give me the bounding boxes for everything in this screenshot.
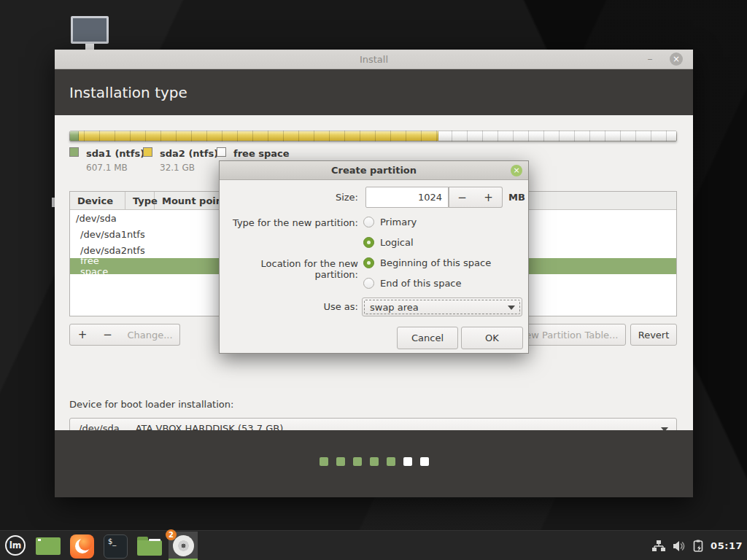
revert-button[interactable]: Revert	[630, 324, 677, 346]
radio-primary-icon[interactable]	[363, 217, 374, 228]
page-footer	[55, 430, 693, 497]
folder-icon[interactable]	[137, 537, 162, 556]
add-partition-button[interactable]: +	[69, 324, 96, 346]
radio-beginning-icon[interactable]	[363, 257, 374, 268]
cancel-button[interactable]: Cancel	[397, 327, 458, 349]
size-decrement-button[interactable]: −	[449, 187, 476, 208]
progress-dot	[353, 457, 362, 466]
radio-beginning[interactable]: Beginning of this space	[363, 257, 491, 268]
progress-dot	[387, 457, 395, 466]
radio-end[interactable]: End of this space	[363, 278, 462, 289]
taskbar: lm $_ 2	[0, 530, 747, 560]
progress-dot	[403, 457, 412, 466]
close-icon[interactable]: ×	[670, 52, 683, 66]
size-label: Size:	[220, 192, 358, 203]
volume-icon[interactable]	[673, 540, 686, 552]
use-as-label: Use as:	[220, 301, 358, 312]
dialog-close-icon[interactable]: ×	[511, 165, 522, 176]
page-title: Installation type	[69, 84, 187, 101]
change-button[interactable]: Change...	[120, 324, 180, 346]
partition-type-label: Type for the new partition:	[220, 217, 358, 228]
taskbar-clock[interactable]: 05:17	[711, 540, 743, 551]
legend-sda2-size: 32.1 GB	[160, 163, 195, 173]
network-icon[interactable]	[651, 540, 666, 552]
legend-sda2: sda2 (ntfs) 32.1 GB	[143, 146, 218, 174]
ok-button[interactable]: OK	[461, 327, 523, 349]
disc-icon	[173, 535, 194, 556]
use-as-select[interactable]: swap area	[362, 298, 522, 316]
sda1-swatch-icon	[69, 147, 79, 157]
size-input[interactable]	[365, 187, 449, 208]
minimize-button[interactable]: –	[645, 54, 655, 64]
sda2-swatch-icon	[143, 147, 152, 157]
radio-logical[interactable]: Logical	[363, 237, 414, 248]
system-tray: 05:17	[651, 531, 747, 560]
partition-segment-free-space	[438, 131, 676, 141]
files-window-icon[interactable]	[36, 537, 61, 555]
size-increment-button[interactable]: +	[475, 187, 503, 208]
installer-disc-tile[interactable]: 2	[169, 532, 198, 560]
column-type[interactable]: Type	[125, 192, 155, 209]
window-titlebar[interactable]: Install – ×	[55, 50, 693, 69]
progress-dots	[55, 457, 693, 466]
mint-menu-icon[interactable]: lm	[5, 535, 26, 556]
create-partition-dialog: Create partition × Size: − + MB Type for…	[219, 160, 529, 354]
terminal-icon[interactable]: $_	[104, 534, 128, 559]
power-manager-icon[interactable]	[693, 540, 704, 553]
dialog-title: Create partition	[331, 165, 417, 176]
legend-free-label: free space	[233, 148, 290, 159]
free-space-swatch-icon	[217, 147, 226, 157]
radio-logical-icon[interactable]	[363, 237, 374, 248]
progress-dot	[320, 457, 328, 466]
legend-sda1-label: sda1 (ntfs)	[86, 148, 144, 159]
partition-segment-sda1	[70, 131, 79, 141]
use-as-value: swap area	[370, 302, 419, 313]
dialog-titlebar[interactable]: Create partition ×	[220, 161, 528, 180]
radio-end-icon[interactable]	[363, 278, 374, 289]
legend-sda1-size: 607.1 MB	[86, 163, 128, 173]
firefox-icon[interactable]	[70, 534, 94, 559]
partition-segment-sda2	[79, 131, 439, 141]
partition-bar	[69, 131, 677, 141]
remove-partition-button[interactable]: −	[95, 324, 121, 346]
page-header: Installation type	[55, 69, 693, 115]
chevron-down-icon	[508, 306, 515, 310]
partition-location-label: Location for the new partition:	[220, 258, 358, 280]
progress-dot	[336, 457, 345, 466]
size-unit: MB	[508, 192, 525, 203]
progress-dot	[370, 457, 379, 466]
column-device[interactable]: Device	[70, 192, 125, 209]
legend-free-space: free space	[217, 146, 290, 160]
progress-dot	[420, 457, 429, 466]
legend-sda1: sda1 (ntfs) 607.1 MB	[69, 146, 144, 174]
radio-primary[interactable]: Primary	[363, 217, 417, 228]
monitor-screen-icon	[71, 16, 109, 44]
window-title: Install	[360, 54, 388, 65]
legend-sda2-label: sda2 (ntfs)	[160, 148, 218, 159]
bootloader-label: Device for boot loader installation:	[69, 399, 233, 410]
workspace-badge: 2	[166, 529, 177, 540]
